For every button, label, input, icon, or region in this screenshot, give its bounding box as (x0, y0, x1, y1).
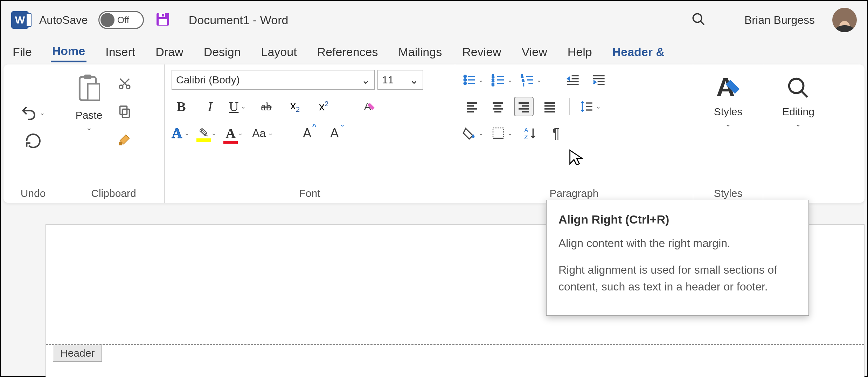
tab-view[interactable]: View (520, 42, 549, 62)
app-icon: W (11, 11, 29, 29)
ribbon: ⌄ Undo Paste ⌄ Clipboard Ca (4, 64, 864, 203)
increase-indent-button[interactable] (589, 70, 609, 90)
cut-button[interactable] (115, 74, 134, 93)
tab-home[interactable]: Home (51, 41, 86, 62)
group-undo-label: Undo (11, 185, 56, 199)
user-name[interactable]: Brian Burgess (744, 14, 815, 27)
group-editing-spacer (770, 185, 826, 199)
tab-help[interactable]: Help (566, 42, 593, 62)
group-font: Calibri (Body)⌄ 11⌄ B I U⌄ ab x2 x2 A A⌄… (165, 64, 455, 203)
justify-button[interactable] (540, 97, 560, 116)
svg-text:1: 1 (521, 74, 523, 78)
autosave-toggle[interactable]: Off (98, 11, 144, 29)
shrink-font-button[interactable]: A (325, 123, 344, 143)
underline-button[interactable]: U⌄ (229, 99, 247, 114)
svg-point-68 (789, 79, 804, 93)
text-effects-button[interactable]: A⌄ (172, 125, 191, 142)
header-section-tab: Header (53, 345, 102, 362)
clear-formatting-button[interactable]: A (359, 97, 379, 116)
tab-layout[interactable]: Layout (260, 42, 298, 62)
italic-button[interactable]: I (200, 97, 220, 116)
autosave-label: AutoSave (39, 14, 88, 27)
show-hide-button[interactable]: ¶ (546, 123, 566, 143)
redo-button[interactable] (25, 132, 42, 151)
svg-text:a: a (522, 78, 524, 82)
svg-text:Z: Z (524, 134, 528, 140)
paste-label: Paste (76, 109, 103, 121)
font-name-combo[interactable]: Calibri (Body)⌄ (172, 70, 375, 90)
bullets-button[interactable]: ⌄ (462, 73, 485, 87)
subscript-button[interactable]: x2 (285, 97, 305, 116)
editing-button[interactable]: Editing ⌄ (777, 70, 819, 130)
svg-text:A: A (524, 127, 528, 133)
tab-references[interactable]: References (316, 42, 380, 62)
mouse-cursor-icon (567, 149, 583, 166)
svg-rect-14 (120, 106, 127, 114)
group-editing: Editing ⌄ (763, 64, 833, 203)
user-avatar[interactable] (832, 8, 857, 32)
shading-button[interactable]: ⌄ (462, 126, 485, 140)
svg-text:3: 3 (492, 82, 494, 87)
font-size-value: 11 (382, 74, 394, 86)
svg-rect-7 (84, 75, 91, 79)
format-painter-button[interactable] (115, 130, 134, 149)
copy-button[interactable] (115, 102, 134, 121)
font-name-value: Calibri (Body) (176, 74, 240, 86)
align-left-button[interactable] (462, 97, 482, 116)
sort-button[interactable]: AZ (520, 123, 540, 143)
borders-button[interactable]: ⌄ (491, 126, 514, 140)
tooltip: Align Right (Ctrl+R) Align content with … (546, 200, 809, 316)
grow-font-button[interactable]: A (297, 123, 317, 143)
svg-text:i: i (523, 83, 524, 87)
decrease-indent-button[interactable] (563, 70, 583, 90)
svg-rect-13 (122, 109, 129, 117)
group-paragraph-label: Paragraph (462, 185, 686, 199)
multilevel-list-button[interactable]: 1ai⌄ (520, 73, 543, 87)
font-color-button[interactable]: A⌄ (225, 125, 244, 142)
numbering-button[interactable]: 123⌄ (491, 73, 514, 87)
header-boundary: Header (46, 344, 864, 345)
group-styles: A Styles ⌄ Styles (693, 64, 763, 203)
svg-line-5 (700, 21, 704, 25)
highlight-button[interactable]: ✎⌄ (199, 126, 218, 140)
ribbon-tabs: File Home Insert Draw Design Layout Refe… (1, 39, 867, 64)
tooltip-line1: Align content with the right margin. (558, 235, 797, 252)
group-font-label: Font (172, 185, 448, 199)
svg-rect-62 (493, 128, 504, 138)
tab-design[interactable]: Design (202, 42, 242, 62)
styles-label: Styles (714, 106, 743, 118)
svg-rect-15 (119, 142, 122, 145)
align-right-button[interactable] (514, 97, 534, 116)
tab-file[interactable]: File (11, 42, 33, 62)
superscript-button[interactable]: x2 (314, 97, 333, 116)
title-bar: W AutoSave Off Document1 - Word Brian Bu… (1, 1, 867, 39)
group-styles-label: Styles (700, 185, 756, 199)
save-button[interactable] (154, 11, 171, 29)
svg-line-69 (801, 91, 808, 97)
undo-button[interactable]: ⌄ (20, 104, 46, 122)
strikethrough-button[interactable]: ab (256, 97, 276, 116)
tab-draw[interactable]: Draw (154, 42, 185, 62)
tab-header-footer[interactable]: Header & (611, 42, 666, 62)
group-paragraph: ⌄ 123⌄ 1ai⌄ ⌄ ⌄ ⌄ AZ ¶ Parag (455, 64, 693, 203)
search-button[interactable] (691, 12, 706, 28)
change-case-button[interactable]: Aa⌄ (252, 127, 275, 140)
svg-rect-3 (159, 19, 167, 25)
tooltip-line2: Right alignment is used for small sectio… (558, 261, 797, 295)
tab-insert[interactable]: Insert (104, 42, 137, 62)
svg-point-17 (464, 75, 466, 78)
tab-review[interactable]: Review (461, 42, 502, 62)
paste-button[interactable]: Paste ⌄ (70, 70, 108, 134)
align-center-button[interactable] (488, 97, 508, 116)
svg-point-21 (464, 82, 466, 85)
line-spacing-button[interactable]: ⌄ (579, 100, 602, 114)
svg-point-4 (693, 14, 702, 22)
font-size-combo[interactable]: 11⌄ (377, 70, 423, 90)
tooltip-title: Align Right (Ctrl+R) (558, 211, 797, 228)
styles-button[interactable]: A Styles ⌄ (709, 70, 748, 130)
group-clipboard: Paste ⌄ Clipboard (63, 64, 165, 203)
toggle-knob (100, 13, 114, 27)
svg-rect-2 (162, 14, 164, 16)
bold-button[interactable]: B (172, 97, 191, 116)
tab-mailings[interactable]: Mailings (397, 42, 443, 62)
